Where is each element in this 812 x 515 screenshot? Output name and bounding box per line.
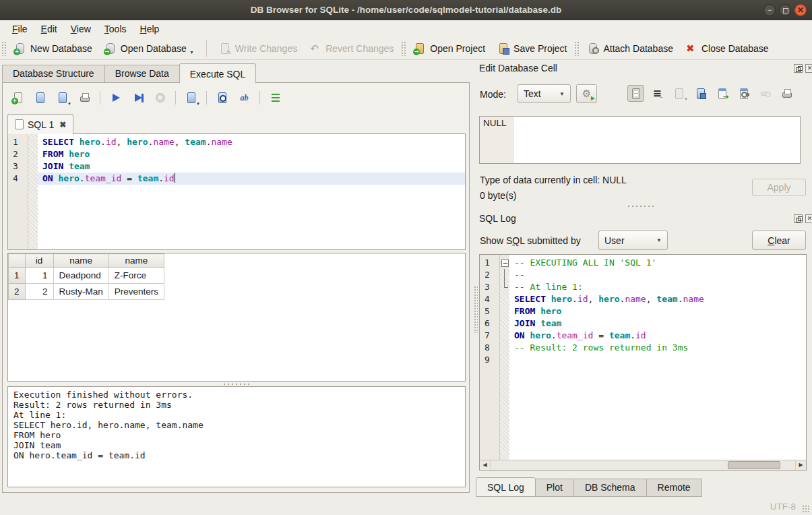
resize-grip[interactable] bbox=[802, 505, 811, 514]
scroll-right-icon[interactable]: ▶ bbox=[795, 460, 806, 470]
menu-edit[interactable]: Edit bbox=[34, 22, 64, 36]
message-line: Execution finished without errors. bbox=[13, 390, 460, 400]
execute-all-button[interactable] bbox=[107, 90, 124, 107]
cell-text-area[interactable] bbox=[514, 117, 800, 163]
float-panel-icon[interactable] bbox=[794, 214, 803, 223]
dock-splitter[interactable] bbox=[625, 205, 656, 208]
code-line: -- bbox=[509, 269, 806, 281]
column-header-name[interactable]: name bbox=[108, 254, 164, 268]
open-database-button[interactable]: →Open Database▼ bbox=[98, 40, 200, 57]
row-header[interactable]: 2 bbox=[9, 284, 26, 300]
open-sql-file-as-icon bbox=[57, 92, 69, 104]
print-cell-button[interactable] bbox=[778, 85, 795, 102]
cell-editor-toolbar: ▼ bbox=[627, 85, 795, 102]
message-line: JOIN team bbox=[13, 440, 460, 450]
log-filter-select[interactable]: User ▼ bbox=[598, 231, 668, 250]
print-sql-button[interactable] bbox=[76, 90, 93, 107]
sql-log-view[interactable]: 123456789 -- EXECUTING ALL IN 'SQL 1'---… bbox=[479, 254, 807, 471]
scrollbar-thumb[interactable] bbox=[728, 461, 780, 469]
column-header-name[interactable]: name bbox=[53, 254, 108, 268]
menu-help[interactable]: Help bbox=[133, 22, 166, 36]
dock-tab-plot[interactable]: Plot bbox=[536, 479, 574, 497]
table-cell[interactable]: Preventers bbox=[108, 284, 164, 300]
save-project-button[interactable]: Save Project bbox=[491, 40, 573, 57]
mode-select[interactable]: Text ▼ bbox=[518, 84, 571, 103]
tab-database-structure[interactable]: Database Structure bbox=[2, 65, 104, 83]
dropdown-caret-icon: ▼ bbox=[684, 97, 688, 101]
toolbar-handle bbox=[1, 41, 7, 56]
sql-document-tab[interactable]: SQL 1 ✖ bbox=[7, 114, 73, 134]
results-message-splitter[interactable] bbox=[221, 383, 252, 386]
close-panel-icon[interactable]: ✕ bbox=[805, 214, 812, 223]
new-sql-tab-button[interactable]: + bbox=[9, 90, 26, 107]
dock-tab-db-schema[interactable]: DB Schema bbox=[574, 479, 647, 497]
table-cell[interactable]: Z-Force bbox=[108, 268, 164, 284]
column-header-id[interactable]: id bbox=[25, 254, 53, 268]
format-sql-button[interactable] bbox=[267, 90, 284, 107]
tab-browse-data[interactable]: Browse Data bbox=[104, 65, 179, 83]
close-tab-icon[interactable]: ✖ bbox=[59, 120, 66, 129]
results-grid[interactable]: idnamename11DeadpondZ-Force22Rusty-ManPr… bbox=[7, 253, 466, 382]
auto-apply-button[interactable]: ⚙ ▶ bbox=[576, 84, 597, 103]
code-line: FROM hero bbox=[509, 305, 806, 317]
sql-code-area[interactable]: SELECT hero.id, hero.name, team.nameFROM… bbox=[38, 134, 465, 249]
code-line: -- EXECUTING ALL IN 'SQL 1' bbox=[509, 257, 806, 269]
clear-log-button[interactable]: Clear bbox=[752, 231, 806, 250]
toolbar-separator bbox=[206, 91, 207, 104]
open-project-button[interactable]: →Open Project bbox=[408, 40, 491, 57]
fold-cell bbox=[500, 305, 509, 317]
table-row[interactable]: 22Rusty-ManPreventers bbox=[9, 284, 164, 300]
attach-database-button[interactable]: Attach Database bbox=[581, 40, 679, 57]
close-button[interactable]: ✕ bbox=[794, 4, 807, 16]
float-panel-icon[interactable] bbox=[794, 64, 803, 73]
set-cell-link-button[interactable] bbox=[735, 85, 752, 102]
minimize-button[interactable]: − bbox=[763, 4, 776, 16]
execute-current-line-button[interactable] bbox=[129, 90, 146, 107]
close-database-button[interactable]: Close Database bbox=[679, 40, 775, 57]
open-in-external-app-button[interactable] bbox=[714, 85, 730, 102]
line-number-gutter: 123456789 bbox=[480, 255, 500, 460]
text-mode-icon bbox=[630, 88, 642, 100]
dock-resize-handle[interactable] bbox=[474, 286, 478, 333]
menu-file[interactable]: File bbox=[5, 22, 34, 36]
save-results-button[interactable]: ▼ bbox=[183, 90, 199, 107]
code-line bbox=[509, 354, 806, 366]
fold-end-icon[interactable] bbox=[500, 281, 509, 293]
open-sql-file-as-button[interactable]: ▼ bbox=[54, 90, 71, 107]
table-cell[interactable]: 1 bbox=[25, 268, 53, 284]
cell-value-editor[interactable]: NULL bbox=[479, 116, 801, 164]
open-in-external-app-icon bbox=[716, 88, 728, 100]
scroll-left-icon[interactable]: ◀ bbox=[480, 460, 491, 470]
menu-tools[interactable]: Tools bbox=[98, 22, 133, 36]
maximize-button[interactable] bbox=[779, 4, 791, 16]
code-line: SELECT hero.id, hero.name, team.name bbox=[38, 136, 465, 148]
close-database-icon bbox=[685, 42, 697, 55]
table-cell[interactable]: Rusty-Man bbox=[53, 284, 108, 300]
export-cell-data-button[interactable] bbox=[692, 85, 709, 102]
tab-execute-sql[interactable]: Execute SQL bbox=[179, 63, 257, 84]
close-panel-icon[interactable]: ✕ bbox=[805, 64, 812, 73]
cell-content: NULL bbox=[483, 118, 507, 128]
word-wrap-button[interactable] bbox=[649, 85, 666, 102]
corner-header[interactable] bbox=[9, 254, 26, 268]
dock-tab-sql-log[interactable]: SQL Log bbox=[476, 477, 536, 497]
text-mode-button[interactable] bbox=[627, 85, 644, 102]
table-row[interactable]: 11DeadpondZ-Force bbox=[9, 268, 164, 284]
horizontal-scrollbar[interactable]: ◀ ▶ bbox=[480, 460, 806, 470]
table-cell[interactable]: 2 bbox=[25, 284, 53, 300]
new-database-button[interactable]: +New Database bbox=[8, 40, 98, 57]
table-cell[interactable]: Deadpond bbox=[53, 268, 108, 284]
find-text-button[interactable] bbox=[214, 90, 230, 107]
dock-tab-remote[interactable]: Remote bbox=[647, 479, 702, 497]
sql-editor[interactable]: 1234 SELECT hero.id, hero.name, team.nam… bbox=[7, 133, 466, 250]
fold-mid-icon[interactable] bbox=[500, 269, 509, 281]
toolbar-button-label: Attach Database bbox=[603, 43, 673, 54]
fold-start-icon[interactable] bbox=[500, 257, 509, 269]
stop-execution-icon bbox=[154, 92, 166, 104]
chevron-down-icon: ▼ bbox=[553, 91, 565, 97]
replace-text-button[interactable] bbox=[236, 90, 253, 107]
dropdown-caret-icon[interactable]: ▼ bbox=[189, 50, 194, 55]
row-header[interactable]: 1 bbox=[9, 268, 26, 284]
menu-view[interactable]: View bbox=[64, 22, 98, 36]
open-sql-file-button[interactable] bbox=[32, 90, 49, 107]
